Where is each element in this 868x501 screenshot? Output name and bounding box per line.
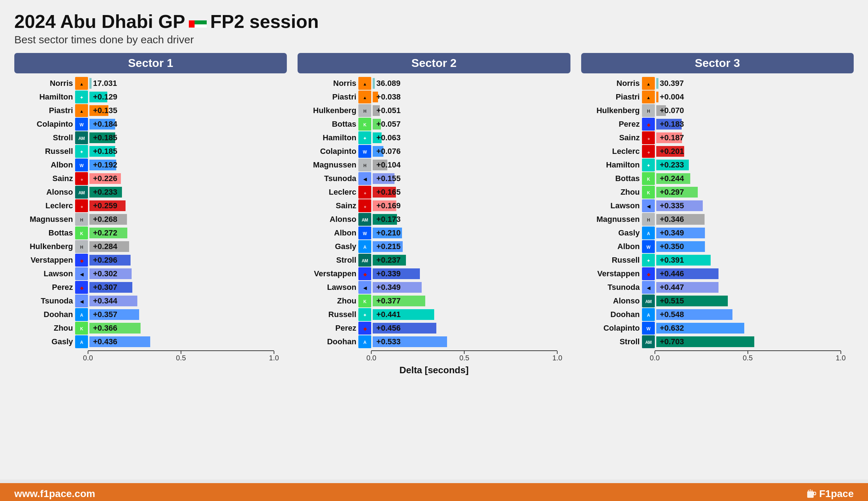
team-logo: ◆ — [642, 118, 655, 131]
svg-text:◀: ◀ — [363, 177, 367, 182]
driver-name: Doohan — [581, 310, 642, 319]
axis-tick: 0.0 — [366, 351, 376, 362]
svg-text:W: W — [363, 231, 367, 236]
bar-value-label: +0.346 — [660, 215, 684, 224]
svg-text:K: K — [80, 231, 83, 236]
bar-value-label: +0.184 — [93, 120, 117, 129]
value-bar: +0.436 — [89, 336, 150, 347]
team-logo: ⬦ — [75, 172, 88, 185]
table-row: Verstappen◆+0.339 — [298, 267, 570, 280]
bar-value-label: +0.349 — [376, 283, 401, 292]
value-bar: +0.456 — [373, 323, 436, 334]
svg-text:W: W — [80, 163, 84, 168]
bar-value-label: +0.284 — [93, 242, 117, 251]
table-row: Norris▲30.397 — [581, 77, 854, 90]
axis-tick: 1.0 — [552, 351, 562, 362]
svg-rect-128 — [811, 490, 813, 491]
value-bar: +0.307 — [89, 282, 132, 293]
driver-name: Piastri — [581, 92, 642, 102]
driver-name: Leclerc — [298, 188, 358, 197]
axis-tick: 0.5 — [176, 351, 186, 362]
driver-name: Colapinto — [14, 120, 75, 129]
table-row: BottasK+0.057 — [298, 118, 570, 131]
value-bar: +0.533 — [373, 336, 447, 347]
table-row: MagnussenH+0.268 — [14, 213, 287, 226]
team-logo: AM — [642, 295, 655, 307]
driver-name: Norris — [298, 79, 358, 88]
value-bar: +0.377 — [373, 296, 425, 306]
team-logo: AM — [75, 131, 88, 144]
bar-container: +0.104 — [373, 160, 570, 170]
table-row: Leclerc⬦+0.201 — [581, 145, 854, 158]
value-bar: +0.259 — [89, 200, 126, 211]
bar-container: +0.004 — [656, 92, 854, 102]
main-container: 2024 Abu Dhabi GP FP2 session Best secto… — [0, 0, 868, 480]
value-bar: +0.268 — [89, 214, 127, 225]
team-logo: AM — [75, 186, 88, 199]
bar-container: +0.350 — [656, 241, 854, 252]
team-logo: ◀ — [75, 267, 88, 280]
table-row: HulkenbergH+0.070 — [581, 104, 854, 117]
bar-value-label: +0.272 — [93, 228, 117, 238]
bar-value-label: +0.344 — [93, 296, 117, 306]
svg-text:▲: ▲ — [646, 82, 650, 87]
bar-container: +0.349 — [656, 228, 854, 238]
bar-container: +0.192 — [89, 160, 287, 170]
table-row: Verstappen◆+0.296 — [14, 254, 287, 267]
bar-value-label: +0.244 — [660, 174, 684, 183]
table-row: Tsunoda◀+0.447 — [581, 281, 854, 294]
team-logo: H — [75, 213, 88, 226]
svg-text:A: A — [363, 340, 367, 345]
value-bar: +0.272 — [89, 228, 127, 238]
bar-container: +0.272 — [89, 228, 287, 238]
value-bar: +0.004 — [656, 92, 658, 102]
driver-name: Alonso — [14, 188, 75, 197]
svg-text:H: H — [363, 163, 366, 168]
bar-value-label: +0.366 — [93, 324, 117, 333]
table-row: Lawson◀+0.349 — [298, 281, 570, 294]
bar-container: +0.366 — [89, 323, 287, 334]
team-logo: W — [75, 159, 88, 171]
team-logo: H — [358, 104, 371, 117]
table-row: ColapintoW+0.184 — [14, 118, 287, 131]
team-logo: A — [75, 335, 88, 348]
table-row: Piastri▲+0.135 — [14, 104, 287, 117]
driver-name: Zhou — [298, 296, 358, 306]
driver-name: Leclerc — [581, 147, 642, 156]
driver-name: Perez — [298, 324, 358, 333]
sector-2-chart: Sector 2Norris▲36.089Piastri▲+0.038Hulke… — [298, 53, 570, 365]
team-logo: A — [358, 240, 371, 253]
driver-name: Lawson — [581, 201, 642, 210]
bar-container: +0.297 — [656, 187, 854, 198]
svg-text:W: W — [80, 122, 84, 127]
sector-1-header: Sector 1 — [14, 53, 287, 73]
value-bar: +0.349 — [373, 282, 421, 293]
table-row: GaslyA+0.215 — [298, 240, 570, 253]
team-logo: W — [642, 322, 655, 335]
axis-tick: 0.5 — [459, 351, 469, 362]
driver-name: Stroll — [298, 256, 358, 265]
svg-text:K: K — [647, 177, 650, 182]
table-row: AlonsoAM+0.233 — [14, 186, 287, 199]
sector-2-chart-area: Norris▲36.089Piastri▲+0.038HulkenbergH+0… — [298, 77, 570, 349]
value-bar: +0.632 — [656, 323, 744, 334]
svg-text:W: W — [363, 150, 367, 155]
table-row: Hamilton✦+0.233 — [581, 159, 854, 171]
svg-text:◆: ◆ — [80, 258, 84, 263]
bar-container: +0.344 — [89, 296, 287, 306]
svg-text:⬦: ⬦ — [364, 204, 366, 209]
table-row: AlbonW+0.350 — [581, 240, 854, 253]
bar-container: +0.391 — [656, 255, 854, 266]
value-bar: +0.366 — [89, 323, 141, 334]
bar-value-label: +0.183 — [660, 120, 684, 129]
bar-value-label: +0.169 — [376, 201, 401, 210]
svg-text:▲: ▲ — [363, 95, 367, 100]
team-logo: A — [358, 335, 371, 348]
team-logo: ⬦ — [75, 199, 88, 212]
bar-container: +0.548 — [656, 309, 854, 320]
bar-container: +0.070 — [656, 105, 854, 116]
bar-value-label: 17.031 — [93, 79, 117, 88]
sector-1-chart: Sector 1Norris▲17.031Hamilton✦+0.129Pias… — [14, 53, 287, 365]
bar-container: +0.129 — [89, 92, 287, 102]
team-logo: A — [642, 227, 655, 239]
